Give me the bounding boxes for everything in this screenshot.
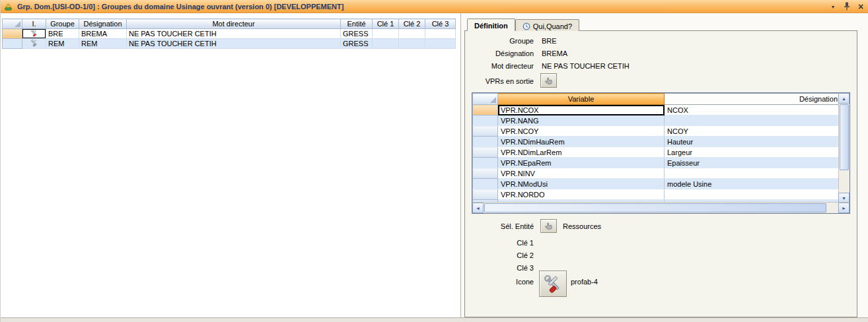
table-row[interactable]: VPR.NModUsi modele Usine — [473, 179, 840, 189]
icone-button[interactable] — [539, 271, 567, 297]
col-header-mot-directeur[interactable]: Mot directeur — [127, 19, 341, 29]
cell-variable[interactable]: VPR.NEpaRem — [498, 158, 665, 168]
row-selector[interactable] — [473, 126, 498, 137]
cle2-label: Clé 2 — [465, 251, 534, 259]
cell-designation[interactable]: NCOY — [665, 126, 840, 137]
cell-variable[interactable]: VPR.NCOX — [498, 105, 665, 115]
vertical-scrollbar[interactable]: ▲ ▼ — [838, 93, 850, 203]
col-header-cle2[interactable]: Clé 2 — [399, 19, 425, 29]
table-row[interactable]: VPR.NCOY NCOY — [473, 126, 840, 137]
col-header-variable[interactable]: Variable — [498, 94, 665, 105]
cell-variable[interactable]: VPR.NModUsi — [498, 179, 665, 189]
cell-cle1[interactable] — [373, 29, 399, 39]
cell-designation[interactable] — [665, 189, 840, 200]
window-titlebar[interactable]: Grp. Dom.[USI-OD-1/0] : Groupes du domai… — [1, 0, 868, 13]
cell-entite[interactable]: GRESS — [341, 39, 373, 49]
sel-entite-value: Ressources — [563, 222, 601, 230]
row-selector[interactable] — [3, 39, 22, 49]
cell-variable[interactable]: VPR.NDimHauRem — [498, 137, 665, 147]
designation-value: BREMA — [542, 49, 567, 57]
cell-cle3[interactable] — [425, 29, 456, 39]
cell-designation[interactable]: Epaisseur — [665, 158, 840, 168]
table-row[interactable]: VPR.NDimLarRem Largeur — [473, 147, 840, 158]
table-row[interactable]: VPR.NORDO — [473, 189, 840, 200]
table-row[interactable]: BRE BREMA NE PAS TOUCHER CETIH GRESS — [3, 29, 456, 39]
vpr-table: Variable Désignation VPR.NCOX NCOX VPR.N… — [472, 93, 840, 210]
table-row[interactable]: VPR.NEpaRem Epaisseur — [473, 158, 840, 168]
corner-triangle-icon — [490, 97, 496, 103]
cell-variable[interactable]: VPR.NCOY — [498, 126, 665, 137]
table-row[interactable]: VPR.NANG — [473, 115, 840, 126]
table-row[interactable]: VPR.NDimHauRem Hauteur — [473, 137, 840, 147]
col-header-i[interactable]: I. — [22, 19, 46, 29]
cell-variable[interactable]: VPR.NINV — [498, 168, 665, 179]
red-tools-icon — [543, 274, 563, 294]
col-header-cle1[interactable]: Clé 1 — [373, 19, 399, 29]
row-selector[interactable] — [3, 29, 22, 39]
cell-cle1[interactable] — [373, 39, 399, 49]
row-selector[interactable] — [473, 137, 498, 147]
cell-cle3[interactable] — [425, 39, 456, 49]
cell-designation[interactable]: modele Usine — [665, 179, 840, 189]
table-row[interactable]: VPR.NINV — [473, 168, 840, 179]
cell-mot-directeur[interactable]: NE PAS TOUCHER CETIH — [127, 29, 341, 39]
row-selector[interactable] — [473, 179, 498, 189]
cell-variable[interactable]: VPR.NDimLarRem — [498, 147, 665, 158]
cell-designation[interactable]: NCOX — [665, 105, 840, 115]
vpr-header-row: Variable Désignation — [473, 94, 840, 105]
row-selector[interactable] — [473, 105, 498, 115]
row-icon-cell[interactable] — [22, 39, 46, 49]
tab-strip: Définition Qui,Quand? — [467, 18, 579, 31]
cell-designation[interactable] — [665, 168, 840, 179]
cell-cle2[interactable] — [399, 29, 425, 39]
cell-cle2[interactable] — [399, 39, 425, 49]
mot-directeur-label: Mot directeur — [465, 62, 534, 70]
row-icon-cell[interactable] — [22, 29, 46, 39]
close-button[interactable]: × — [855, 1, 867, 12]
titlebar-controls: ▼ × — [827, 1, 867, 12]
vprs-picker-button[interactable] — [540, 73, 557, 88]
pin-button[interactable] — [841, 1, 853, 12]
cell-entite[interactable]: GRESS — [341, 29, 373, 39]
cell-designation[interactable]: BREMA — [79, 29, 127, 39]
vertical-scroll-thumb[interactable] — [840, 104, 849, 170]
row-selector[interactable] — [473, 147, 498, 158]
cell-groupe[interactable]: REM — [46, 39, 79, 49]
col-header-entite[interactable]: Entité — [341, 19, 373, 29]
grid-corner-cell[interactable] — [3, 19, 22, 29]
row-selector[interactable] — [473, 115, 498, 126]
scroll-left-button[interactable]: ◄ — [472, 203, 484, 213]
cell-designation[interactable]: Largeur — [665, 147, 840, 158]
col-header-cle3[interactable]: Clé 3 — [425, 19, 456, 29]
cell-designation[interactable]: REM — [79, 39, 127, 49]
window-bottom-edge — [1, 317, 868, 322]
col-header-groupe[interactable]: Groupe — [46, 19, 79, 29]
sel-entite-picker-button[interactable] — [540, 219, 557, 233]
horizontal-scroll-thumb[interactable] — [484, 203, 826, 212]
cell-mot-directeur[interactable]: NE PAS TOUCHER CETIH — [127, 39, 341, 49]
window-title: Grp. Dom.[USI-OD-1/0] : Groupes du domai… — [17, 3, 344, 11]
cell-designation[interactable] — [665, 115, 840, 126]
window-menu-button[interactable]: ▼ — [827, 1, 839, 12]
cell-variable[interactable]: VPR.NANG — [498, 115, 665, 126]
icone-value: profab-4 — [571, 278, 598, 286]
cell-designation[interactable]: Hauteur — [665, 137, 840, 147]
cle3-label: Clé 3 — [465, 264, 534, 272]
table-row[interactable]: VPR.NCOX NCOX — [473, 105, 840, 115]
col-header-vpr-designation[interactable]: Désignation — [665, 94, 840, 105]
horizontal-scrollbar[interactable]: ◄ ► — [472, 202, 850, 213]
cle1-label: Clé 1 — [465, 239, 534, 247]
scroll-up-button[interactable]: ▲ — [838, 93, 850, 104]
cell-variable[interactable]: VPR.NORDO — [498, 189, 665, 200]
table-row[interactable]: REM REM NE PAS TOUCHER CETIH GRESS — [3, 39, 456, 49]
cell-groupe[interactable]: BRE — [46, 29, 79, 39]
picker-hand-icon — [544, 222, 553, 230]
vpr-corner-cell[interactable] — [473, 94, 498, 105]
tab-qui-quand[interactable]: Qui,Quand? — [515, 19, 579, 31]
row-selector[interactable] — [473, 158, 498, 168]
row-selector[interactable] — [473, 168, 498, 179]
col-header-designation[interactable]: Désignation — [79, 19, 127, 29]
row-selector[interactable] — [473, 189, 498, 200]
tab-definition[interactable]: Définition — [467, 18, 515, 31]
scroll-right-button[interactable]: ► — [838, 203, 850, 213]
